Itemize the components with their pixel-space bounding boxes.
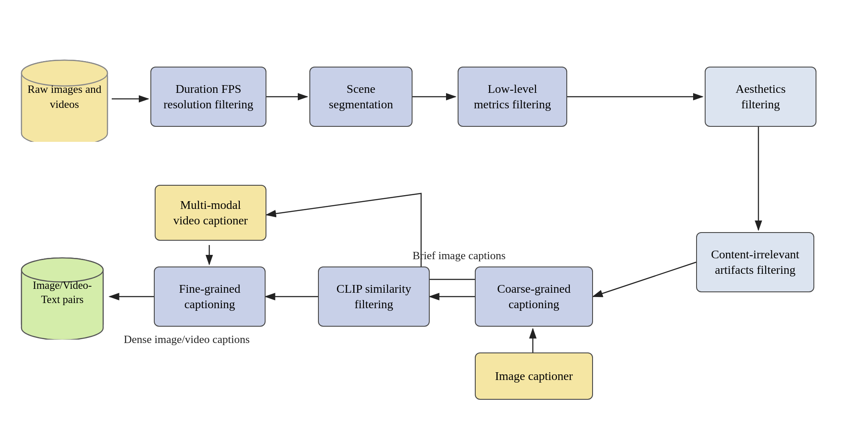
fine-grained-label: Fine-grainedcaptioning [179,281,240,312]
image-captioner-label: Image captioner [495,368,573,384]
aesthetics-node: Aestheticsfiltering [705,67,816,127]
diagram: Raw images and videos Duration FPSresolu… [0,0,868,435]
coarse-grained-node: Coarse-grainedcaptioning [475,267,593,327]
duration-fps-label: Duration FPSresolution filtering [163,81,253,113]
duration-fps-node: Duration FPSresolution filtering [150,67,266,127]
coarse-grained-label: Coarse-grainedcaptioning [497,281,571,312]
image-video-text-label: Image/Video-Text pairs [17,279,107,306]
clip-sim-label: CLIP similarityfiltering [336,281,411,312]
low-level-label: Low-levelmetrics filtering [474,81,551,113]
content-irrel-label: Content-irrelevantartifacts filtering [711,247,799,278]
image-video-text-node: Image/Video-Text pairs [17,254,107,340]
svg-line-6 [593,262,696,297]
scene-seg-node: Scenesegmentation [309,67,413,127]
scene-seg-label: Scenesegmentation [329,81,393,113]
fine-grained-node: Fine-grainedcaptioning [154,267,266,327]
multimodal-node: Multi-modalvideo captioner [155,185,266,241]
dense-captions-label: Dense image/video captions [124,333,250,346]
clip-sim-node: CLIP similarityfiltering [318,267,430,327]
image-captioner-node: Image captioner [475,352,593,400]
content-irrel-node: Content-irrelevantartifacts filtering [696,232,814,292]
low-level-node: Low-levelmetrics filtering [458,67,567,127]
aesthetics-label: Aestheticsfiltering [736,81,786,113]
raw-images-node: Raw images and videos [17,56,112,142]
brief-captions-label: Brief image captions [413,249,506,262]
raw-images-label: Raw images and videos [17,82,112,112]
multimodal-label: Multi-modalvideo captioner [173,197,248,229]
arrows-svg [0,0,868,435]
